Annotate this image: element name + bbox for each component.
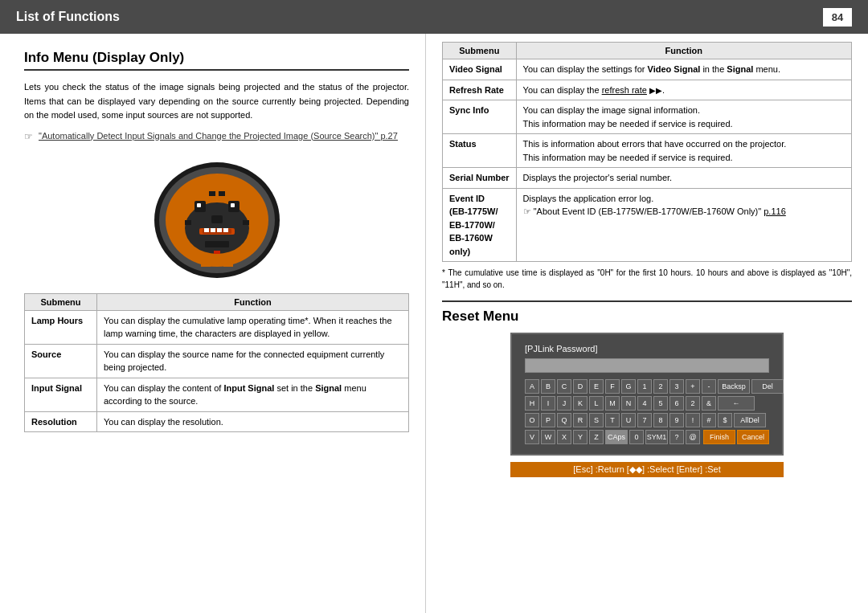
key-h[interactable]: H: [525, 396, 539, 411]
key-a[interactable]: A: [525, 379, 539, 394]
key-w[interactable]: W: [541, 430, 555, 444]
key-r[interactable]: R: [573, 413, 588, 427]
key-hash[interactable]: #: [702, 413, 716, 427]
table-row: Sync Info You can display the image sign…: [443, 100, 852, 134]
key-alldel[interactable]: AllDel: [734, 413, 766, 427]
svg-rect-11: [204, 228, 209, 232]
key-3[interactable]: 3: [669, 379, 684, 394]
function-cell: You can display the refresh rate ▶▶.: [516, 80, 851, 100]
page-number: 84: [823, 8, 852, 27]
main-content: Info Menu (Display Only) Lets you check …: [0, 34, 868, 613]
right-panel: Submenu Function Video Signal You can di…: [426, 34, 868, 613]
key-sym1[interactable]: SYM1: [645, 430, 668, 444]
key-o[interactable]: O: [525, 413, 539, 427]
key-9[interactable]: 9: [669, 413, 684, 427]
key-e[interactable]: E: [589, 379, 604, 394]
left-data-table: Submenu Function Lamp Hours You can disp…: [24, 293, 409, 433]
key-s[interactable]: S: [589, 413, 604, 427]
key-caps[interactable]: CAps: [605, 430, 628, 444]
submenu-cell: Refresh Rate: [443, 80, 517, 100]
key-dollar[interactable]: $: [718, 413, 732, 427]
key-question[interactable]: ?: [669, 430, 684, 444]
source-search-link[interactable]: ☞ "Automatically Detect Input Signals an…: [24, 131, 409, 142]
link-label[interactable]: "Automatically Detect Input Signals and …: [39, 131, 398, 141]
submenu-cell: Input Signal: [25, 378, 97, 411]
reset-menu-section: Reset Menu [PJLink Password] A B C D E F…: [442, 300, 852, 477]
reset-menu-title: Reset Menu: [442, 309, 852, 325]
key-minus[interactable]: -: [702, 379, 716, 394]
function-cell: This is information about errors that ha…: [516, 134, 851, 168]
key-0[interactable]: 0: [629, 430, 644, 444]
svg-rect-21: [201, 259, 211, 267]
keyboard-row-1: A B C D E F G 1 2 3 + - Backsp Del: [525, 379, 769, 394]
svg-rect-6: [197, 203, 201, 207]
function-cell: You can display the content of Input Sig…: [97, 378, 409, 411]
key-cancel[interactable]: Cancel: [737, 430, 769, 444]
key-z[interactable]: Z: [589, 430, 604, 444]
submenu-cell: Status: [443, 134, 517, 168]
key-at[interactable]: @: [686, 430, 700, 444]
table-row: Lamp Hours You can display the cumulativ…: [25, 310, 409, 344]
key-del[interactable]: Del: [751, 379, 784, 394]
key-2nd[interactable]: 2: [686, 396, 700, 411]
svg-rect-16: [219, 191, 225, 196]
key-f[interactable]: F: [605, 379, 620, 394]
key-exclaim[interactable]: !: [686, 413, 700, 427]
key-backsp[interactable]: Backsp: [718, 379, 750, 394]
key-k[interactable]: K: [573, 396, 588, 411]
svg-rect-7: [231, 203, 235, 207]
key-plus[interactable]: +: [686, 379, 700, 394]
key-x[interactable]: X: [557, 430, 571, 444]
key-c[interactable]: C: [557, 379, 571, 394]
submenu-cell: Source: [25, 344, 97, 378]
key-2[interactable]: 2: [653, 379, 668, 394]
table-row: Refresh Rate You can display the refresh…: [443, 80, 852, 100]
key-y[interactable]: Y: [573, 430, 588, 444]
key-m[interactable]: M: [605, 396, 620, 411]
left-table-header-submenu: Submenu: [25, 293, 97, 310]
svg-rect-13: [217, 228, 222, 232]
key-7[interactable]: 7: [637, 413, 652, 427]
svg-rect-15: [209, 191, 215, 196]
key-finish[interactable]: Finish: [703, 430, 735, 444]
key-left-arrow[interactable]: ←: [718, 396, 755, 411]
key-4[interactable]: 4: [637, 396, 652, 411]
key-q[interactable]: Q: [557, 413, 571, 427]
function-cell: Displays the application error log.☞ "Ab…: [516, 188, 851, 262]
svg-rect-12: [211, 228, 215, 232]
key-j[interactable]: J: [557, 396, 571, 411]
key-6[interactable]: 6: [669, 396, 684, 411]
key-u[interactable]: U: [621, 413, 636, 427]
key-1[interactable]: 1: [637, 379, 652, 394]
keyboard-row-2: H I J K L M N 4 5 6 2 & ←: [525, 396, 769, 411]
key-g[interactable]: G: [621, 379, 636, 394]
left-section-title: Info Menu (Display Only): [24, 50, 409, 71]
svg-rect-20: [214, 251, 220, 254]
projector-image-area: [24, 150, 409, 287]
key-n[interactable]: N: [621, 396, 636, 411]
svg-rect-18: [185, 220, 191, 225]
svg-rect-22: [223, 259, 233, 267]
pjlink-keyboard-ui: [PJLink Password] A B C D E F G 1 2 3: [510, 333, 784, 456]
page-title: List of Functions: [16, 10, 120, 24]
key-8[interactable]: 8: [653, 413, 668, 427]
table-row: Resolution You can display the resolutio…: [25, 411, 409, 432]
submenu-cell: Event ID(EB-1775W/EB-1770W/EB-1760W only…: [443, 188, 517, 262]
key-d[interactable]: D: [573, 379, 588, 394]
key-amp[interactable]: &: [702, 396, 716, 411]
key-t[interactable]: T: [605, 413, 620, 427]
section-description: Lets you check the status of the image s…: [24, 80, 409, 123]
key-5[interactable]: 5: [653, 396, 668, 411]
submenu-cell: Sync Info: [443, 100, 517, 134]
table-row: Source You can display the source name f…: [25, 344, 409, 378]
table-row: Status This is information about errors …: [443, 134, 852, 168]
key-i[interactable]: I: [541, 396, 555, 411]
function-cell: You can display the source name for the …: [97, 344, 409, 378]
key-b[interactable]: B: [541, 379, 555, 394]
keyboard-row-4: V W X Y Z CAps 0 SYM1 ? @ Finish Cancel: [525, 430, 769, 444]
key-v[interactable]: V: [525, 430, 539, 444]
key-p[interactable]: P: [541, 413, 555, 427]
keyboard-input-bar[interactable]: [525, 358, 769, 373]
key-l[interactable]: L: [589, 396, 604, 411]
submenu-cell: Resolution: [25, 411, 97, 432]
